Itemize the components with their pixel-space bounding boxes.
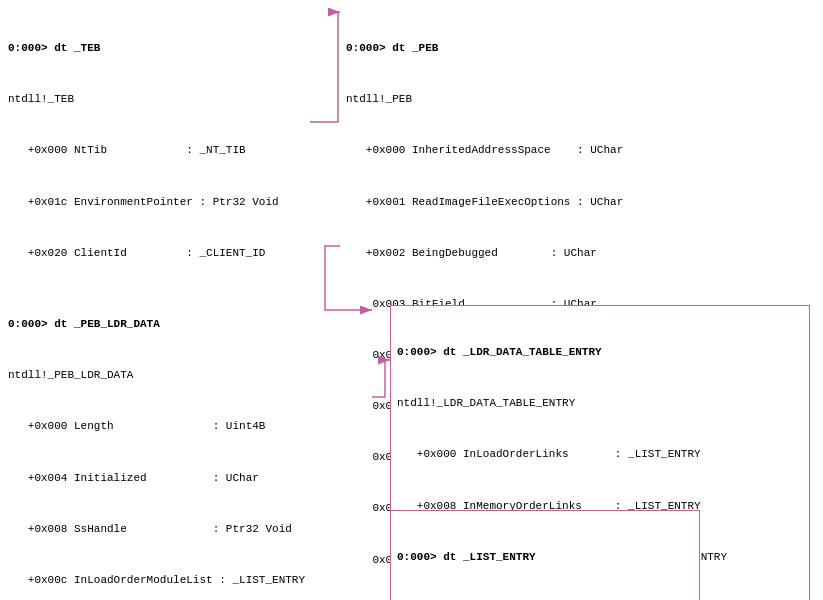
peb-field-1: +0x001 ReadImageFileExecOptions : UChar [346,194,782,211]
peb-title: 0:000> dt _PEB [346,40,782,57]
peb-field-0: +0x000 InheritedAddressSpace : UChar [346,142,782,159]
ldrdata-subtitle: ntdll!_PEB_LDR_DATA [8,367,366,384]
ldrdata-box: 0:000> dt _PEB_LDR_DATA ntdll!_PEB_LDR_D… [2,278,372,600]
ldrdata-field-1: +0x004 Initialized : UChar [8,470,366,487]
ldrdata-field-2: +0x008 SsHandle : Ptr32 Void [8,521,366,538]
ldrdata-field-3: +0x00c InLoadOrderModuleList : _LIST_ENT… [8,572,366,589]
ldrdata-title: 0:000> dt _PEB_LDR_DATA [8,316,366,333]
ldrtable-subtitle: ntdll!_LDR_DATA_TABLE_ENTRY [397,395,803,412]
teb-field-1: +0x01c EnvironmentPointer : Ptr32 Void [8,194,306,211]
listentry-title: 0:000> dt _LIST_ENTRY [397,549,693,566]
diagram-container: 0:000> dt _TEB ntdll!_TEB +0x000 NtTib :… [0,0,823,600]
teb-field-0: +0x000 NtTib : _NT_TIB [8,142,306,159]
teb-subtitle: ntdll!_TEB [8,91,306,108]
ldrtable-field-0: +0x000 InLoadOrderLinks : _LIST_ENTRY [397,446,803,463]
peb-field-2: +0x002 BeingDebugged : UChar [346,245,782,262]
teb-title: 0:000> dt _TEB [8,40,306,57]
ldrtable-title: 0:000> dt _LDR_DATA_TABLE_ENTRY [397,344,803,361]
ldrdata-field-0: +0x000 Length : Uint4B [8,418,366,435]
listentry-box: 0:000> dt _LIST_ENTRY ntdll!_LIST_ENTRY … [390,510,700,600]
peb-subtitle: ntdll!_PEB [346,91,782,108]
teb-field-2: +0x020 ClientId : _CLIENT_ID [8,245,306,262]
teb-to-peb-arrow [310,12,340,122]
